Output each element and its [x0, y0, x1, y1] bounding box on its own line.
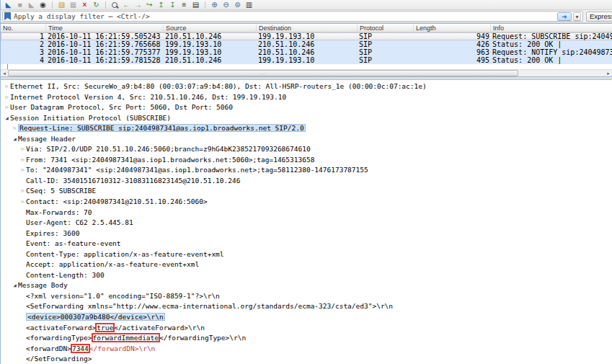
detail-row[interactable]: <?xml version="1.0" encoding="ISO-8859-1…: [1, 291, 612, 302]
expander-expanded-icon[interactable]: ◢: [12, 134, 18, 145]
detail-row[interactable]: <forwardingType>forwardImmediate</forwar…: [1, 333, 612, 344]
start-capture-icon[interactable]: ◣: [3, 1, 14, 9]
cell-dst: 210.51.10.246: [258, 48, 358, 56]
detail-row[interactable]: ▷Request-Line: SUBSCRIBE sip:2404987341@…: [1, 123, 612, 134]
expander-collapsed-icon[interactable]: ▷: [19, 165, 26, 176]
zoom-in-icon[interactable]: ⊕: [209, 1, 220, 9]
main-toolbar: ◣■◣◉▨▦×↻←→↪↥↧≡▤⊕⊖⊜▥: [1, 0, 612, 10]
detail-row[interactable]: <SetForwarding xmlns="http://www.ecma-in…: [1, 301, 612, 312]
packet-row[interactable]: 12016-10-11 16:21:59.505243210.51.10.246…: [1, 32, 612, 40]
detail-row[interactable]: User-Agent: C62 2.5.445.81: [1, 218, 612, 228]
detail-row[interactable]: Content-Type: application/x-as-feature-e…: [1, 249, 612, 260]
apply-filter-button[interactable]: ➜: [557, 12, 572, 21]
zoom-original-icon[interactable]: ⊜: [232, 1, 243, 9]
cell-info: Request: NOTIFY sip:2404987341@as.iop1.b…: [492, 48, 612, 56]
find-packet-icon[interactable]: [110, 1, 120, 9]
expander-collapsed-icon[interactable]: ▷: [19, 155, 26, 166]
packet-list-pane: No.TimeSourceDestinationProtocolLengthIn…: [1, 23, 612, 77]
detail-row[interactable]: Call-ID: 35401516710312-31083116823145@2…: [1, 176, 612, 187]
detail-text: Contact: <sip:2404987341@210.51.10.246:5…: [26, 197, 208, 205]
detail-row[interactable]: Event: as-feature-event: [1, 239, 612, 249]
detail-row[interactable]: Content-Length: 300: [1, 270, 612, 281]
detail-row[interactable]: ▷CSeq: 5 SUBSCRIBE: [1, 186, 612, 197]
column-header-no[interactable]: No.: [1, 25, 13, 32]
detail-text: <SetForwarding xmlns="http://www.ecma-in…: [26, 302, 393, 310]
detail-row[interactable]: ▷Internet Protocol Version 4, Src: 210.5…: [1, 92, 612, 103]
expander-collapsed-icon[interactable]: ▷: [12, 123, 18, 134]
detail-row[interactable]: <forwardDN>7344</forwardDN>\r\n: [1, 344, 612, 355]
expander-collapsed-icon[interactable]: ▷: [19, 186, 26, 197]
detail-row[interactable]: ◢Session Initiation Protocol (SUBSCRIBE): [1, 113, 612, 124]
detail-text: Call-ID: 35401516710312-31083116823145@2…: [26, 177, 240, 185]
packet-list-hscrollbar[interactable]: ◂ ··· ▸: [1, 69, 612, 76]
column-header-destination[interactable]: Destination: [256, 25, 291, 32]
column-header-source[interactable]: Source: [163, 25, 187, 32]
detail-text: Internet Protocol Version 4, Src: 210.51…: [10, 93, 286, 101]
detail-row[interactable]: Max-Forwards: 70: [1, 208, 612, 218]
packet-rows: 12016-10-11 16:21:59.505243210.51.10.246…: [1, 32, 612, 71]
go-back-icon[interactable]: ←: [121, 1, 132, 9]
zoom-out-icon[interactable]: ⊖: [221, 1, 231, 9]
open-file-icon[interactable]: ▨: [56, 1, 67, 9]
expander-expanded-icon[interactable]: ◢: [12, 280, 18, 291]
detail-row[interactable]: ◢Message Header: [1, 134, 612, 145]
expression-button[interactable]: Expression…: [586, 12, 612, 22]
go-forward-icon[interactable]: →: [133, 1, 143, 9]
display-filter-input[interactable]: Apply a display filter ⋯ <Ctrl-/> ➜ ▾: [2, 11, 583, 22]
packet-row[interactable]: 32016-10-11 16:21:59.775377199.19.193.10…: [1, 48, 612, 56]
save-file-icon[interactable]: ▦: [68, 1, 79, 9]
detail-row[interactable]: ◢Message Body: [1, 280, 612, 291]
detail-row[interactable]: ▷Via: SIP/2.0/UDP 210.51.10.246:5060;bra…: [1, 144, 612, 155]
packet-row[interactable]: 42016-10-11 16:21:59.781528210.51.10.246…: [1, 56, 612, 64]
detail-text: CSeq: 5 SUBSCRIBE: [26, 187, 96, 195]
detail-text-segment: <activateForward>: [26, 324, 96, 332]
detail-row[interactable]: <device>000307a9b480</device>\r\n: [1, 312, 612, 323]
detail-row[interactable]: ▷From: 7341 <sip:2404987341@as.iop1.broa…: [1, 155, 612, 166]
filter-bookmark-icon[interactable]: [4, 12, 11, 20]
cell-info: Status: 200 OK |: [492, 56, 612, 64]
resize-columns-icon[interactable]: ▥: [244, 1, 254, 9]
cell-proto: SIP: [359, 56, 414, 64]
colorize-packets-icon[interactable]: ▤: [190, 1, 201, 9]
expander-collapsed-icon[interactable]: ▷: [4, 102, 10, 113]
detail-row[interactable]: <activateForward>true</activateForward>\…: [1, 323, 612, 334]
close-file-icon[interactable]: ×: [79, 1, 90, 9]
packet-details-pane: ▷Ethernet II, Src: SecureWo_a9:b4:80 (00…: [1, 80, 612, 364]
detail-text: Content-Length: 300: [26, 271, 105, 279]
detail-row[interactable]: ▷Ethernet II, Src: SecureWo_a9:b4:80 (00…: [1, 81, 612, 92]
detail-row[interactable]: ▷To: "2404987341" <sip:2404987341@as.iop…: [1, 165, 612, 176]
column-header-length[interactable]: Length: [413, 25, 436, 32]
expander-collapsed-icon[interactable]: ▷: [4, 92, 10, 103]
column-header-time[interactable]: Time: [45, 25, 63, 32]
column-header-protocol[interactable]: Protocol: [357, 25, 383, 32]
packet-list-header[interactable]: No.TimeSourceDestinationProtocolLengthIn…: [1, 24, 612, 32]
detail-text: Accept: application/x-as-feature-event+x…: [26, 260, 199, 268]
detail-text: Session Initiation Protocol (SUBSCRIBE): [10, 114, 171, 122]
cell-info: Request: SUBSCRIBE sip:2404987341@as.iop…: [492, 32, 612, 40]
go-first-packet-icon[interactable]: ↥: [156, 1, 167, 9]
scrollbar-thumb[interactable]: ···: [8, 70, 518, 76]
scroll-left-icon[interactable]: ◂: [1, 70, 8, 77]
detail-text: Message Body: [18, 281, 68, 289]
detail-row[interactable]: Expires: 3600: [1, 228, 612, 239]
expander-collapsed-icon[interactable]: ▷: [19, 144, 26, 155]
reload-icon[interactable]: ↻: [91, 1, 102, 9]
detail-row[interactable]: ▷User Datagram Protocol, Src Port: 5060,…: [1, 102, 612, 113]
restart-capture-icon[interactable]: ◣: [26, 1, 37, 9]
capture-options-icon[interactable]: ◉: [37, 1, 48, 9]
expander-collapsed-icon[interactable]: ▷: [4, 81, 10, 92]
detail-row[interactable]: ▷Contact: <sip:2404987341@210.51.10.246:…: [1, 197, 612, 208]
go-last-packet-icon[interactable]: ↧: [167, 1, 178, 9]
expander-expanded-icon[interactable]: ◢: [4, 113, 10, 124]
expander-collapsed-icon[interactable]: ▷: [19, 197, 26, 208]
packet-row[interactable]: 22016-10-11 16:21:59.765668199.19.193.10…: [1, 40, 612, 48]
filter-dropdown-caret[interactable]: ▾: [573, 12, 581, 21]
column-header-info[interactable]: Info: [490, 25, 504, 32]
cell-len: 949: [415, 32, 489, 40]
stop-capture-icon[interactable]: ■: [14, 1, 25, 9]
detail-row[interactable]: </SetForwarding>: [1, 354, 612, 364]
auto-scroll-icon[interactable]: ≡: [179, 1, 190, 9]
detail-row[interactable]: Accept: application/x-as-feature-event+x…: [1, 259, 612, 270]
go-to-packet-icon[interactable]: ↪: [144, 1, 155, 9]
scroll-right-icon[interactable]: ▸: [605, 70, 612, 77]
